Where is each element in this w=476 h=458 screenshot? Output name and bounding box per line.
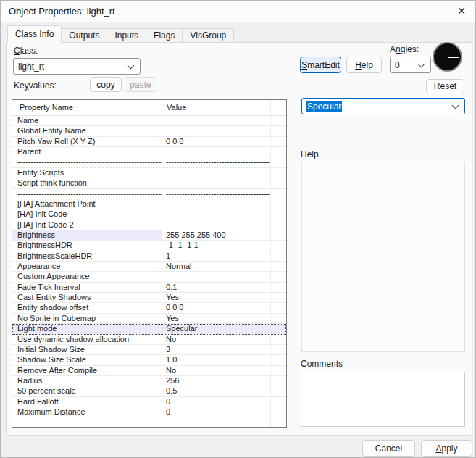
table-row[interactable]: ----------------------------------------… [12, 189, 286, 199]
keyvalues-label: Keyvalues: [14, 80, 57, 91]
chevron-down-icon [452, 101, 459, 109]
tab-flags[interactable]: Flags [146, 28, 183, 43]
help-button[interactable]: Help [346, 57, 382, 73]
angle-dial[interactable] [433, 42, 462, 72]
table-row[interactable]: Hard Falloff0 [12, 397, 286, 407]
property-table: Property Name Value NameGlobal Entity Na… [12, 99, 287, 428]
copy-button[interactable]: copy [90, 77, 122, 92]
table-row[interactable]: Parent [12, 147, 286, 157]
table-row[interactable]: Initial Shadow Size3 [12, 345, 286, 355]
title-bar: Object Properties: light_rt ✕ [1, 1, 476, 22]
close-icon: ✕ [457, 5, 466, 17]
keyvalue-edit-value: Specular [306, 101, 342, 112]
table-row[interactable]: Entity Scripts [12, 168, 286, 178]
comments-label: Comments [301, 359, 343, 369]
object-properties-dialog: Object Properties: light_rt ✕ Class Info… [0, 0, 476, 458]
apply-button[interactable]: Apply [421, 440, 472, 457]
table-row[interactable]: No Sprite in CubemapYes [12, 314, 286, 324]
class-combobox-value: light_rt [18, 62, 44, 72]
table-row[interactable]: [HA] Init Code [12, 209, 286, 220]
class-combobox[interactable]: light_rt [13, 58, 141, 75]
table-row[interactable]: Entity shadow offset0 0 0 [12, 303, 286, 313]
chevron-down-icon [418, 60, 425, 67]
table-row[interactable]: [HA] Attachment Point [12, 199, 286, 209]
tab-outputs[interactable]: Outputs [62, 28, 107, 43]
angles-label: Angles: [390, 44, 419, 54]
table-row[interactable]: Light modeSpecular [12, 324, 286, 334]
table-row[interactable]: [HA] Init Code 2 [12, 220, 286, 230]
reset-button[interactable]: Reset [426, 79, 464, 93]
table-row[interactable]: Maximum Distance0 [12, 407, 286, 417]
property-table-header: Property Name Value [12, 100, 286, 116]
angle-dial-needle [448, 57, 460, 58]
angles-combobox-value: 0 [395, 60, 400, 70]
table-row[interactable]: Brightness255 255 255 400 [12, 230, 286, 241]
header-property-name: Property Name [12, 100, 162, 115]
table-row[interactable]: Cast Entity ShadowsYes [12, 293, 286, 303]
smartedit-button[interactable]: SmartEdit [300, 57, 341, 73]
table-row[interactable]: Shadow Size Scale1.0 [12, 355, 286, 365]
angles-combobox[interactable]: 0 [390, 57, 431, 73]
tab-visgroup[interactable]: VisGroup [183, 28, 234, 43]
class-label: Class: [14, 46, 38, 56]
help-panel-box [301, 162, 465, 352]
comments-textarea[interactable] [301, 372, 465, 427]
table-row[interactable] [12, 417, 286, 428]
help-panel-label: Help [301, 149, 319, 159]
close-button[interactable]: ✕ [451, 2, 472, 20]
table-row[interactable]: Remove After CompileNo [12, 366, 286, 376]
table-row[interactable]: BrightnessHDR-1 -1 -1 1 [12, 241, 286, 251]
table-row[interactable]: Custom Appearance [12, 272, 286, 282]
chevron-down-icon [128, 62, 135, 69]
table-row[interactable]: ----------------------------------------… [12, 157, 286, 167]
table-row[interactable]: Fade Tick Interval0.1 [12, 283, 286, 293]
table-row[interactable]: Name [12, 116, 286, 126]
tab-inputs[interactable]: Inputs [107, 28, 146, 43]
table-row[interactable]: Radius256 [12, 376, 286, 386]
keyvalue-edit-combobox[interactable]: Specular [301, 98, 465, 114]
paste-button[interactable]: paste [125, 77, 156, 92]
table-row[interactable]: 50 percent scale0.5 [12, 386, 286, 396]
table-row[interactable]: BrightnessScaleHDR1 [12, 251, 286, 262]
cancel-button[interactable]: Cancel [362, 440, 415, 457]
table-row[interactable]: AppearanceNormal [12, 262, 286, 272]
table-row[interactable]: Script think function [12, 178, 286, 188]
tab-class-info[interactable]: Class Info [7, 25, 62, 43]
tab-strip: Class InfoOutputsInputsFlagsVisGroup [7, 25, 234, 43]
window-title: Object Properties: light_rt [9, 1, 115, 22]
table-row[interactable]: Use dynamic shadow allocationNo [12, 335, 286, 345]
table-row[interactable]: Global Entity Name [12, 126, 286, 136]
table-row[interactable]: Pitch Yaw Roll (X Y Z)0 0 0 [12, 137, 286, 147]
property-table-body: NameGlobal Entity NamePitch Yaw Roll (X … [12, 116, 286, 428]
header-value: Value [162, 100, 271, 115]
